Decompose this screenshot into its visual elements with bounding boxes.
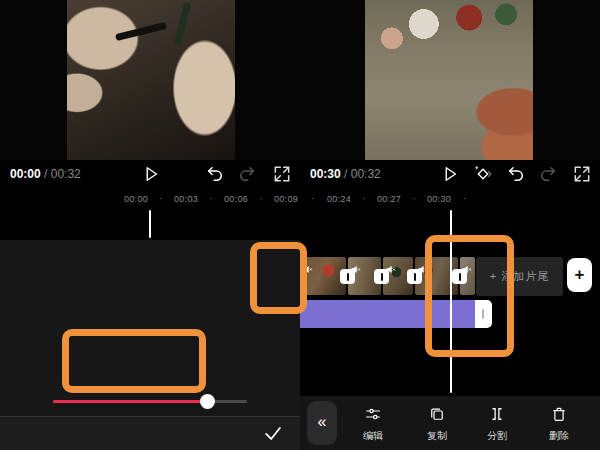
tool-label: 分割 <box>474 429 520 443</box>
muted-audio-icon <box>351 260 361 269</box>
filter-track-bar[interactable] <box>300 300 475 328</box>
transition-button[interactable] <box>407 269 422 284</box>
ruler-tick: 00:00 <box>118 194 154 204</box>
fullscreen-icon[interactable] <box>272 164 292 184</box>
time-separator: / <box>44 167 47 181</box>
muted-audio-icon <box>303 260 313 269</box>
add-clip-button[interactable]: + <box>567 258 592 292</box>
sliders-icon <box>364 405 382 423</box>
track-trim-handle[interactable] <box>475 300 492 328</box>
slider-fill <box>53 400 207 403</box>
tool-shape <box>174 2 191 46</box>
muted-audio-icon <box>386 260 396 269</box>
tool-split[interactable]: 分割 <box>474 405 520 443</box>
tool-label: 复制 <box>414 429 460 443</box>
edit-toolbar: « 编辑 复制 分割 删除 <box>300 396 600 450</box>
tool-copy[interactable]: 复制 <box>414 405 460 443</box>
app-canvas: 00:00 / 00:32 00:00 · 00:03 · 00:06 · 00… <box>0 0 600 450</box>
tool-label: 编辑 <box>350 429 396 443</box>
filter-panel: 滤镜 调节 画质 影视级 人像 基础 露营 室内 黑白 更多 ★ 江浙沪 <box>0 240 300 416</box>
tool-label: 删除 <box>536 429 582 443</box>
ruler-dot: · <box>461 193 469 204</box>
ruler-dot: · <box>207 193 215 204</box>
play-button[interactable] <box>141 164 161 184</box>
transition-button[interactable] <box>374 269 389 284</box>
current-time: 00:30 <box>310 167 341 181</box>
ruler-tick: 00:24 <box>321 194 357 204</box>
muted-audio-icon <box>462 260 472 269</box>
ruler-dot: · <box>360 193 368 204</box>
ruler-tick: 00:09 <box>268 194 300 204</box>
split-icon <box>488 405 506 423</box>
time-display: 00:30 / 00:32 <box>310 167 381 181</box>
transition-button[interactable] <box>452 269 467 284</box>
trash-icon <box>550 405 568 423</box>
slider-knob[interactable] <box>200 394 215 409</box>
video-preview-area <box>0 0 300 160</box>
current-time: 00:00 <box>10 167 41 181</box>
ruler-dot: · <box>257 193 265 204</box>
undo-icon[interactable] <box>506 164 526 184</box>
filter-intensity-slider[interactable] <box>53 400 247 403</box>
add-ending-button[interactable]: + 添加片尾 <box>476 257 563 296</box>
video-frame[interactable] <box>365 0 533 160</box>
timeline-screen: 00:30 / 00:32 · 00:24 · 00:27 · 00:30 · <box>300 0 600 450</box>
tool-edit[interactable]: 编辑 <box>350 405 396 443</box>
confirm-bar <box>0 416 300 450</box>
muted-audio-icon <box>418 260 428 269</box>
filter-screen: 00:00 / 00:32 00:00 · 00:03 · 00:06 · 00… <box>0 0 300 450</box>
total-time: 00:32 <box>351 167 381 181</box>
tool-shape <box>115 22 167 41</box>
time-separator: / <box>344 167 347 181</box>
ruler-tick: 00:30 <box>421 194 457 204</box>
undo-icon[interactable] <box>205 164 225 184</box>
transition-button[interactable] <box>340 269 355 284</box>
total-time: 00:32 <box>51 167 81 181</box>
playhead <box>149 210 151 238</box>
playhead <box>450 210 452 393</box>
ruler-tick: 00:27 <box>371 194 407 204</box>
redo-icon[interactable] <box>538 164 558 184</box>
tool-delete[interactable]: 删除 <box>536 405 582 443</box>
ruler-tick: 00:06 <box>218 194 254 204</box>
play-button[interactable] <box>440 164 460 184</box>
ruler-dot: · <box>309 193 317 204</box>
copy-icon <box>428 405 446 423</box>
video-preview-area <box>300 0 600 160</box>
video-frame[interactable] <box>67 0 235 160</box>
ruler-dot: · <box>410 193 418 204</box>
time-display: 00:00 / 00:32 <box>10 167 81 181</box>
ruler-tick: 00:03 <box>168 194 204 204</box>
collapse-toolbar-button[interactable]: « <box>307 401 337 445</box>
confirm-check-icon[interactable] <box>262 422 284 444</box>
fullscreen-icon[interactable] <box>572 164 592 184</box>
keyframe-icon[interactable] <box>473 164 493 184</box>
redo-icon[interactable] <box>237 164 257 184</box>
ruler-dot: · <box>157 193 165 204</box>
